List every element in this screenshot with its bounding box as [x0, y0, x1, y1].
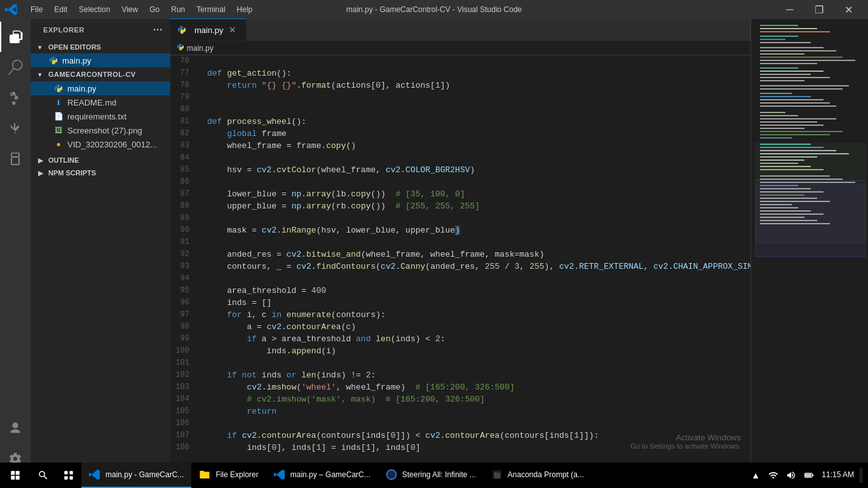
open-editors-chevron-icon: ▾ [38, 44, 48, 51]
open-editor-main-py[interactable]: main.py [31, 53, 170, 67]
wifi-icon [768, 470, 778, 480]
svg-rect-40 [760, 153, 849, 154]
svg-rect-57 [760, 210, 811, 212]
open-editors-section[interactable]: ▾ OPEN EDITORS [31, 41, 170, 53]
file-readme-md[interactable]: ℹ README.md [31, 95, 170, 109]
explorer-activity-icon[interactable] [0, 22, 31, 52]
file-requirements-txt[interactable]: 📄 requirements.txt [31, 109, 170, 123]
code-line-86 [207, 176, 750, 188]
accounts-activity-icon[interactable] [0, 413, 31, 444]
svg-rect-5 [760, 36, 798, 37]
tab-close-icon[interactable]: ✕ [227, 25, 238, 35]
menu-go[interactable]: Go [144, 3, 165, 17]
maximize-button[interactable]: ❐ [804, 0, 834, 19]
show-desktop-icon[interactable]: ▲ [748, 468, 763, 483]
npm-scripts-section[interactable]: ▶ NPM SCRIPTS [31, 166, 170, 179]
breadcrumb: main.py [170, 41, 750, 55]
code-line-76 [207, 55, 750, 67]
source-control-activity-icon[interactable] [0, 83, 31, 113]
browser-label: Steering All: Infinite ... [402, 470, 476, 479]
vscode-taskbar-button2[interactable]: main.py – GameCarC... [266, 463, 378, 488]
volume-icon[interactable] [783, 468, 799, 483]
line-107: 107 [170, 430, 197, 442]
menu-run[interactable]: Run [166, 3, 190, 17]
testing-activity-icon[interactable] [0, 174, 31, 205]
browser-taskbar-icon [386, 469, 397, 480]
svg-rect-42 [760, 159, 804, 161]
vscode-taskbar-button[interactable]: main.py - GameCarC... [81, 463, 191, 488]
code-line-82: global frame [207, 128, 750, 140]
menu-file[interactable]: File [25, 3, 48, 17]
menu-help[interactable]: Help [232, 3, 258, 17]
line-92: 92 [170, 248, 197, 261]
code-content[interactable]: def get_action(): return "{} {}".format(… [202, 55, 750, 474]
minimap-view [751, 19, 868, 474]
search-activity-icon[interactable] [0, 52, 31, 83]
menu-terminal[interactable]: Terminal [191, 3, 230, 17]
file-screenshot-png[interactable]: 🖼 Screenshot (27).png [31, 123, 170, 137]
menu-view[interactable]: View [116, 3, 143, 17]
show-desktop-button[interactable] [859, 468, 863, 483]
explorer-taskbar-icon [199, 469, 210, 480]
sidebar-more-icon[interactable]: ··· [153, 24, 163, 36]
screenshot-icon: 🖼 [53, 125, 64, 135]
svg-rect-35 [760, 137, 792, 139]
network-icon[interactable] [766, 468, 781, 483]
tab-main-py[interactable]: main.py ✕ [170, 18, 247, 41]
svg-rect-31 [760, 125, 824, 126]
svg-rect-47 [760, 179, 843, 180]
line-106: 106 [170, 417, 197, 430]
svg-rect-45 [760, 169, 824, 170]
sidebar-header: EXPLORER ··· [31, 19, 170, 41]
file-vid[interactable]: ● VID_320230206_0012... [31, 137, 170, 151]
file-explorer-taskbar-button[interactable]: File Explorer [191, 463, 266, 488]
svg-rect-37 [760, 144, 811, 145]
start-button[interactable] [0, 463, 31, 488]
svg-rect-38 [760, 147, 824, 148]
anaconda-label: Anaconda Prompt (a... [508, 470, 584, 479]
svg-rect-21 [760, 93, 792, 94]
svg-rect-56 [760, 207, 798, 208]
line-84: 84 [170, 152, 197, 164]
code-line-87: lower_blue = np.array(lb.copy()) # [35, … [207, 188, 750, 200]
svg-rect-65 [64, 477, 67, 480]
menu-selection[interactable]: Selection [74, 3, 115, 17]
line-103: 103 [170, 381, 197, 393]
code-line-88: upper_blue = np.array(rb.copy()) # [255,… [207, 200, 750, 212]
outline-section[interactable]: ▶ OUTLINE [31, 154, 170, 166]
line-81: 81 [170, 116, 197, 128]
svg-rect-2 [760, 25, 798, 26]
svg-rect-51 [760, 191, 824, 193]
svg-rect-9 [760, 50, 836, 51]
npm-label: NPM SCRIPTS [48, 169, 96, 177]
vscode-taskbar-label: main.py - GameCarC... [105, 470, 184, 479]
extensions-activity-icon[interactable] [0, 144, 31, 174]
project-folder[interactable]: ▾ GAMECARCONTROL-CV [31, 67, 170, 81]
svg-rect-48 [760, 182, 855, 183]
browser-taskbar-button[interactable]: Steering All: Infinite ... [378, 463, 484, 488]
vid-icon: ● [53, 139, 64, 149]
close-button[interactable]: ✕ [834, 0, 863, 19]
line-100: 100 [170, 345, 197, 357]
battery-icon[interactable] [801, 468, 817, 483]
minimize-button[interactable]: ─ [775, 0, 804, 19]
file-main-py[interactable]: main.py [31, 81, 170, 95]
menu-edit[interactable]: Edit [49, 3, 72, 17]
svg-rect-49 [760, 185, 798, 186]
title-bar: File Edit Selection View Go Run Terminal… [0, 0, 868, 19]
taskbar-search[interactable] [31, 463, 56, 488]
main-py-icon [53, 83, 64, 93]
svg-rect-13 [760, 63, 817, 64]
taskbar-widgets[interactable] [56, 463, 81, 488]
code-editor[interactable]: 76 77 78 79 80 81 82 83 84 85 86 87 88 8… [170, 55, 750, 474]
vscode-taskbar-label2: main.py – GameCarC... [290, 470, 370, 479]
svg-rect-58 [760, 214, 824, 215]
line-97: 97 [170, 309, 197, 321]
anaconda-taskbar-button[interactable]: ⬛ Anaconda Prompt (a... [484, 463, 592, 488]
run-debug-activity-icon[interactable] [0, 113, 31, 144]
svg-rect-64 [70, 471, 73, 474]
code-line-77: def get_action(): [207, 67, 750, 79]
code-line-85: hsv = cv2.cvtColor(wheel_frame, cv2.COLO… [207, 164, 750, 176]
system-clock[interactable]: 11:15 AM [819, 470, 857, 480]
vscode-taskbar-icon [89, 469, 100, 480]
